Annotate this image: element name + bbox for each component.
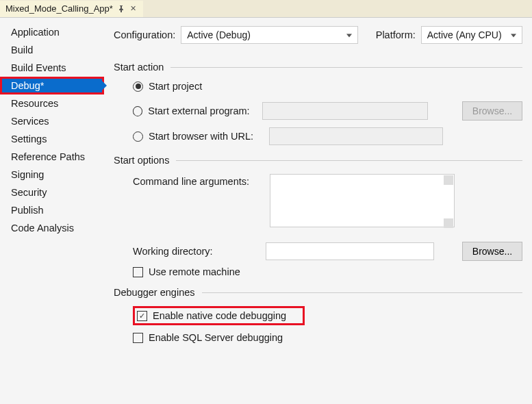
main-panel: Configuration: Active (Debug) Platform: … (104, 18, 532, 404)
debugger-engines-label: Debugger engines (114, 287, 195, 298)
start-external-label: Start external program: (148, 105, 257, 116)
sidebar-item-security[interactable]: Security (0, 184, 104, 201)
start-options-header: Start options (114, 155, 522, 166)
sidebar-item-application[interactable]: Application (0, 23, 104, 41)
browser-url-input[interactable] (269, 127, 443, 145)
scroll-up-icon[interactable] (444, 175, 453, 185)
working-dir-row: Working directory: Browse... (133, 242, 522, 261)
start-browser-label: Start browser with URL: (149, 131, 264, 142)
sidebar-item-build[interactable]: Build (0, 41, 104, 59)
browse-working-dir-button[interactable]: Browse... (462, 242, 522, 261)
platform-label: Platform: (376, 29, 416, 40)
cmd-args-row: Command line arguments: (133, 174, 522, 229)
enable-sql-label: Enable SQL Server debugging (149, 332, 283, 343)
project-properties-window: Mixed_Mode_Calling_App* ✕ Application Bu… (0, 0, 532, 404)
checkbox-icon[interactable] (133, 267, 143, 277)
start-action-label: Start action (114, 62, 164, 73)
sidebar-item-services[interactable]: Services (0, 112, 104, 130)
configuration-value: Active (Debug) (187, 29, 251, 40)
sidebar-item-debug[interactable]: Debug* (0, 77, 104, 94)
configuration-dropdown[interactable]: Active (Debug) (181, 26, 358, 44)
divider (170, 67, 522, 68)
start-project-label: Start project (149, 81, 202, 92)
cmd-args-textarea[interactable] (270, 174, 455, 227)
radio-icon[interactable] (133, 81, 143, 92)
browse-external-button[interactable]: Browse... (462, 101, 522, 121)
checkbox-icon[interactable] (137, 311, 147, 321)
sidebar-item-build-events[interactable]: Build Events (0, 59, 104, 77)
sidebar: Application Build Build Events Debug* Re… (0, 18, 104, 404)
sidebar-item-signing[interactable]: Signing (0, 166, 104, 184)
radio-icon[interactable] (133, 131, 143, 142)
enable-native-row[interactable]: Enable native code debugging (137, 310, 286, 321)
configuration-label: Configuration: (114, 29, 175, 40)
start-options-label: Start options (114, 155, 169, 166)
enable-native-highlight: Enable native code debugging (133, 306, 305, 325)
working-dir-label: Working directory: (133, 246, 259, 257)
working-dir-input[interactable] (266, 242, 434, 260)
sidebar-item-reference-paths[interactable]: Reference Paths (0, 148, 104, 166)
sidebar-item-settings[interactable]: Settings (0, 130, 104, 148)
start-external-row[interactable]: Start external program: Browse... (133, 101, 522, 121)
platform-value: Active (Any CPU) (427, 29, 502, 40)
checkbox-icon[interactable] (133, 333, 143, 343)
tab-bar: Mixed_Mode_Calling_App* ✕ (0, 0, 532, 18)
body: Application Build Build Events Debug* Re… (0, 18, 532, 404)
sidebar-item-resources[interactable]: Resources (0, 94, 104, 112)
close-icon[interactable]: ✕ (129, 5, 138, 13)
enable-native-label: Enable native code debugging (153, 310, 286, 321)
use-remote-label: Use remote machine (149, 266, 240, 277)
tab-title: Mixed_Mode_Calling_App* (5, 3, 113, 14)
divider (176, 160, 522, 161)
divider (202, 292, 522, 293)
config-row: Configuration: Active (Debug) Platform: … (114, 26, 522, 44)
scroll-down-icon[interactable] (444, 218, 453, 228)
enable-sql-row[interactable]: Enable SQL Server debugging (133, 332, 522, 343)
start-browser-row[interactable]: Start browser with URL: (133, 127, 522, 145)
radio-icon[interactable] (133, 106, 142, 116)
active-tab[interactable]: Mixed_Mode_Calling_App* ✕ (0, 1, 143, 17)
debugger-engines-header: Debugger engines (114, 287, 522, 298)
external-program-input[interactable] (262, 102, 427, 120)
platform-dropdown[interactable]: Active (Any CPU) (421, 26, 522, 44)
sidebar-item-code-analysis[interactable]: Code Analysis (0, 219, 104, 237)
start-project-row[interactable]: Start project (133, 81, 522, 92)
sidebar-item-publish[interactable]: Publish (0, 201, 104, 219)
pin-icon[interactable] (117, 5, 125, 13)
use-remote-row[interactable]: Use remote machine (133, 266, 522, 277)
cmd-args-label: Command line arguments: (133, 174, 263, 187)
start-action-header: Start action (114, 62, 522, 73)
